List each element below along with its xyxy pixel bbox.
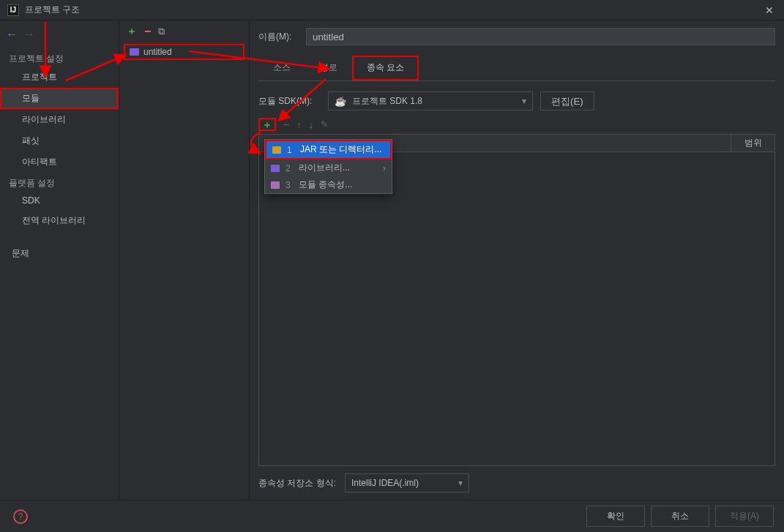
module-sdk-label: 모듈 SDK(M): xyxy=(258,95,321,108)
popup-item-module-dependency[interactable]: 3 모듈 종속성... xyxy=(265,176,392,193)
popup-item-label: 라이브러리... xyxy=(299,162,350,174)
popup-item-jar[interactable]: 1 JAR 또는 디렉터리... xyxy=(265,140,392,160)
move-down-icon[interactable]: ↓ xyxy=(309,119,314,130)
move-up-icon[interactable]: ↑ xyxy=(296,119,302,130)
ok-button[interactable]: 확인 xyxy=(586,506,645,527)
popup-item-label: JAR 또는 디렉터리... xyxy=(300,143,381,156)
module-list-panel: ＋ − ⧉ untitled xyxy=(119,20,250,500)
sidebar-item-facets[interactable]: 패싯 xyxy=(0,130,119,151)
module-name-input[interactable] xyxy=(306,28,775,45)
sidebar-section-project-settings: 프로젝트 설정 xyxy=(0,48,119,67)
sidebar-item-libraries[interactable]: 라이브러리 xyxy=(0,109,119,130)
tab-dependencies[interactable]: 종속 요소 xyxy=(352,56,419,80)
apply-button[interactable]: 적용(A) xyxy=(715,506,774,527)
caret-down-icon: ▾ xyxy=(458,478,463,488)
library-icon xyxy=(271,165,280,172)
submenu-arrow-icon: › xyxy=(383,163,386,173)
caret-down-icon: ▾ xyxy=(522,96,526,106)
edit-sdk-button[interactable]: 편집(E) xyxy=(540,91,594,110)
nav-forward-icon[interactable]: → xyxy=(23,28,35,41)
sidebar-item-project[interactable]: 프로젝트 xyxy=(0,67,119,88)
main-panel: 이름(M): 소스 경로 종속 요소 모듈 SDK(M): ☕ 프로젝트 SDK… xyxy=(250,20,784,500)
popup-item-library[interactable]: 2 라이브러리... › xyxy=(265,160,392,176)
copy-module-icon[interactable]: ⧉ xyxy=(158,26,165,37)
sidebar-item-global-libraries[interactable]: 전역 라이브러리 xyxy=(0,210,119,231)
sidebar-section-platform-settings: 플랫폼 설정 xyxy=(0,173,119,191)
module-sdk-value: 프로젝트 SDK 1.8 xyxy=(352,95,422,108)
tab-sources[interactable]: 소스 xyxy=(258,56,305,80)
add-dependency-popup: 1 JAR 또는 디렉터리... 2 라이브러리... › 3 모듈 종속성..… xyxy=(264,139,392,194)
module-sdk-select[interactable]: ☕ 프로젝트 SDK 1.8 ▾ xyxy=(328,91,533,110)
nav-back-icon[interactable]: ← xyxy=(6,28,18,41)
close-icon[interactable]: ✕ xyxy=(759,4,780,16)
jar-icon xyxy=(272,146,281,154)
add-module-icon[interactable]: ＋ xyxy=(127,25,137,38)
popup-item-label: 모듈 종속성... xyxy=(299,179,352,191)
cancel-button[interactable]: 취소 xyxy=(651,506,709,527)
remove-dependency-icon[interactable]: − xyxy=(283,119,289,130)
java-icon: ☕ xyxy=(335,96,346,107)
window-title: 프로젝트 구조 xyxy=(25,4,759,16)
module-folder-icon xyxy=(130,48,139,56)
add-dependency-icon[interactable]: ＋ xyxy=(258,118,276,131)
sidebar-item-modules[interactable]: 모듈 xyxy=(0,88,119,109)
name-label: 이름(M): xyxy=(258,31,299,43)
remove-module-icon[interactable]: − xyxy=(144,25,151,38)
storage-format-label: 종속성 저장소 형식: xyxy=(258,477,336,490)
storage-format-select[interactable]: IntelliJ IDEA(.iml) ▾ xyxy=(345,473,469,492)
dialog-footer: ? 확인 취소 적용(A) xyxy=(0,500,784,532)
intellij-icon: IJ xyxy=(7,4,19,16)
help-icon[interactable]: ? xyxy=(13,509,28,524)
sidebar-item-artifacts[interactable]: 아티팩트 xyxy=(0,151,119,173)
sidebar-item-sdks[interactable]: SDK xyxy=(0,191,119,210)
storage-format-value: IntelliJ IDEA(.iml) xyxy=(351,478,419,488)
module-item-untitled[interactable]: untitled xyxy=(124,44,244,60)
sidebar: ← → 프로젝트 설정 프로젝트 모듈 라이브러리 패싯 아티팩트 플랫폼 설정… xyxy=(0,20,119,500)
module-dep-icon xyxy=(271,181,280,189)
edit-dependency-icon[interactable]: ✎ xyxy=(321,119,328,130)
module-item-label: untitled xyxy=(143,47,172,57)
titlebar: IJ 프로젝트 구조 ✕ xyxy=(0,0,784,20)
tab-paths[interactable]: 경로 xyxy=(305,56,352,80)
dep-header-scope: 범위 xyxy=(731,135,774,151)
sidebar-item-problems[interactable]: 문제 xyxy=(0,243,119,264)
